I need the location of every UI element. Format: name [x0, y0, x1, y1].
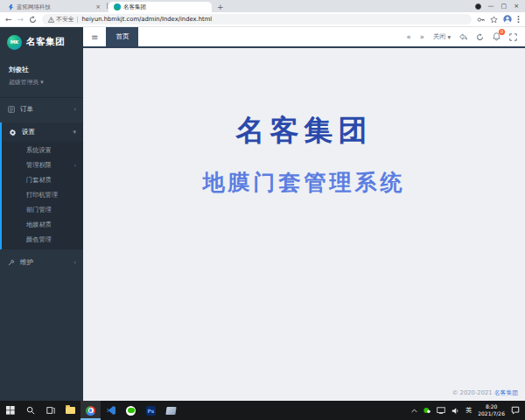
browser-tab-2-active[interactable]: 名客集团: [108, 2, 212, 12]
header-actions: « » 关闭 ▾ 0: [407, 27, 525, 46]
chrome-taskbar-icon[interactable]: [80, 401, 101, 420]
search-icon[interactable]: [20, 401, 40, 420]
browser-back-button[interactable]: ←: [5, 16, 12, 24]
browser-menu-icon[interactable]: [517, 15, 520, 24]
footer-company-link[interactable]: 名客集团: [494, 389, 518, 396]
sidebar-item-maintenance[interactable]: 维护 ‹: [0, 253, 83, 272]
company-name: 名客集团: [26, 36, 65, 48]
sidebar-item-film-material[interactable]: 地膜材质: [2, 217, 83, 232]
close-tabs-caret-icon: ▾: [447, 33, 451, 41]
vscode-icon[interactable]: [101, 401, 121, 420]
refresh-icon[interactable]: [476, 33, 484, 41]
user-block: 刘俊社 超级管理员 ▾: [0, 57, 83, 97]
screen: 蓝拓网络科技 × 名客集团 + — ▢ × ← → 不安全 heiyun.hbm…: [0, 0, 525, 420]
sidebar-item-printer-management[interactable]: 打印机管理: [2, 187, 83, 202]
tray-wechat-status-icon[interactable]: [424, 407, 430, 414]
security-warning-label: 不安全: [56, 15, 74, 24]
warning-triangle-icon: [48, 17, 54, 23]
security-warning[interactable]: 不安全: [48, 15, 74, 24]
sidebar-menu: 订单 ‹ 设置 ▾ 系统设置: [0, 97, 83, 401]
notification-badge: 0: [499, 29, 505, 35]
hero: 名客集团 地膜门套管理系统: [83, 48, 525, 197]
ime-indicator[interactable]: 英: [466, 406, 472, 415]
sidebar-item-color-management[interactable]: 颜色管理: [2, 232, 83, 247]
close-tabs-label: 关闭: [433, 32, 445, 41]
window-minimize-button[interactable]: —: [488, 2, 494, 10]
main-panel: ≡ 首页 « » 关闭 ▾: [83, 27, 525, 401]
sidebar-item-department-management[interactable]: 部门管理: [2, 202, 83, 217]
sidebar-item-door-cover-material[interactable]: 门套材质: [2, 172, 83, 187]
address-bar[interactable]: 不安全 heiyun.hbmkjt.com/admin/Index/index.…: [42, 14, 472, 24]
url-text[interactable]: heiyun.hbmkjt.com/admin/Index/index.html: [81, 16, 212, 23]
scroll-tabs-left-icon[interactable]: «: [407, 33, 411, 41]
close-tabs-dropdown[interactable]: 关闭 ▾: [433, 32, 451, 41]
page-title: 名客集团: [83, 111, 525, 150]
new-tab-button[interactable]: +: [212, 3, 229, 12]
settings-label: 设置: [22, 128, 35, 136]
tab-home[interactable]: 首页: [106, 27, 138, 46]
app-header: ≡ 首页 « » 关闭 ▾: [83, 27, 525, 48]
profile-avatar-icon[interactable]: [503, 15, 512, 24]
sidebar-item-system-settings[interactable]: 系统设置: [2, 143, 83, 158]
browser-forward-button[interactable]: →: [18, 16, 24, 24]
settings-submenu: 系统设置 管理权限 ‹ 门套材质 打印机管理 部门管: [2, 142, 83, 249]
volume-icon[interactable]: [452, 407, 459, 415]
gray-app-icon[interactable]: [161, 401, 181, 420]
orders-list-icon: [7, 106, 15, 113]
action-center-icon[interactable]: [511, 406, 520, 415]
sidebar-item-settings[interactable]: 设置 ▾: [2, 122, 83, 142]
blue-app-icon[interactable]: Ps: [141, 401, 161, 420]
tab1-title: 蓝拓网络科技: [17, 4, 93, 11]
admin-app: MK 名客集团 刘俊社 超级管理员 ▾ 订单 ‹: [0, 27, 525, 401]
window-close-button[interactable]: ×: [514, 2, 519, 10]
windows-taskbar: Ps 英 8:20 2021/7/26: [0, 401, 525, 420]
user-name: 刘俊社: [9, 66, 74, 74]
scroll-tabs-right-icon[interactable]: »: [420, 33, 424, 41]
tab2-favicon: [114, 4, 121, 10]
orders-label: 订单: [20, 105, 33, 114]
fullscreen-icon[interactable]: [509, 33, 517, 41]
sidebar-logo[interactable]: MK 名客集团: [0, 27, 83, 57]
tab1-close-icon[interactable]: ×: [95, 4, 101, 10]
toolbar-right: [477, 15, 520, 24]
clock-date: 2021/7/26: [478, 410, 505, 416]
back-arrow-icon[interactable]: [459, 33, 467, 40]
sidebar-item-orders[interactable]: 订单 ‹: [0, 100, 83, 119]
start-button[interactable]: [0, 401, 20, 420]
system-tray: 英 8:20 2021/7/26: [411, 401, 525, 420]
admin-permissions-label: 管理权限: [26, 161, 52, 170]
copyright-footer: © 2020-2021 名客集团: [452, 388, 518, 397]
logo-monogram: MK: [10, 39, 19, 45]
wechat-icon[interactable]: [121, 401, 141, 420]
window-maximize-button[interactable]: ▢: [501, 2, 508, 10]
file-explorer-icon[interactable]: [60, 401, 80, 420]
hamburger-menu-icon[interactable]: ≡: [83, 27, 106, 46]
wrench-icon: [7, 259, 15, 266]
content-area: 名客集团 地膜门套管理系统 © 2020-2021 名客集团: [83, 48, 525, 401]
key-icon[interactable]: [477, 16, 485, 24]
maintenance-collapse-icon: ‹: [74, 259, 76, 266]
tab2-title: 名客集团: [123, 4, 206, 11]
settings-expand-icon: ▾: [73, 129, 76, 136]
door-cover-material-label: 门套材质: [26, 176, 52, 185]
company-logo-icon: MK: [7, 35, 22, 50]
orders-collapse-icon: ‹: [74, 106, 76, 113]
clock-time: 8:20: [486, 403, 497, 410]
taskbar-clock[interactable]: 8:20 2021/7/26: [478, 403, 505, 417]
browser-tab-1[interactable]: 蓝拓网络科技 ×: [3, 2, 106, 12]
user-role-dropdown[interactable]: 超级管理员 ▾: [9, 78, 74, 87]
task-view-icon[interactable]: [40, 401, 60, 420]
bookmark-star-icon[interactable]: [490, 16, 498, 24]
admin-permissions-collapse-icon: ‹: [74, 162, 76, 169]
department-management-label: 部门管理: [26, 206, 52, 214]
user-role-label: 超级管理员: [9, 79, 38, 86]
tray-chevron-up-icon[interactable]: [411, 409, 417, 413]
sidebar-item-admin-permissions[interactable]: 管理权限 ‹: [2, 158, 83, 172]
page-subtitle: 地膜门套管理系统: [83, 168, 525, 197]
tab1-favicon: [8, 4, 14, 10]
browser-reload-button[interactable]: [29, 16, 37, 24]
record-indicator-icon: [475, 4, 481, 10]
maintenance-label: 维护: [20, 258, 33, 267]
network-icon[interactable]: [437, 407, 445, 414]
notification-bell-icon[interactable]: 0: [493, 32, 500, 41]
